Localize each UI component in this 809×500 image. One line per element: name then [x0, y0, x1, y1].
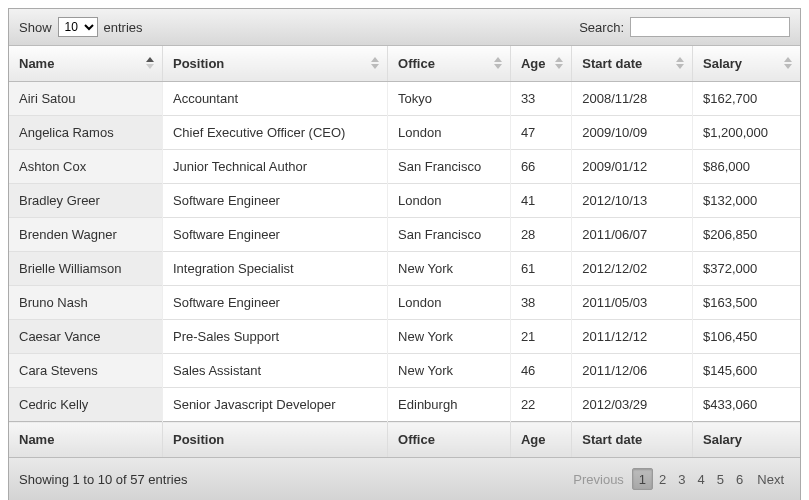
cell-age: 41 — [510, 184, 571, 218]
cell-salary: $206,850 — [693, 218, 801, 252]
cell-name: Cara Stevens — [9, 354, 162, 388]
cell-age: 33 — [510, 82, 571, 116]
cell-salary: $433,060 — [693, 388, 801, 422]
sort-icon — [494, 57, 502, 71]
cell-age: 61 — [510, 252, 571, 286]
search-input[interactable] — [630, 17, 790, 37]
cell-age: 38 — [510, 286, 571, 320]
cell-age: 47 — [510, 116, 571, 150]
cell-age: 66 — [510, 150, 571, 184]
cell-office: New York — [388, 252, 511, 286]
cell-start-date: 2011/12/12 — [572, 320, 693, 354]
cell-salary: $145,600 — [693, 354, 801, 388]
cell-name: Angelica Ramos — [9, 116, 162, 150]
table-row: Ashton CoxJunior Technical AuthorSan Fra… — [9, 150, 800, 184]
cell-name: Ashton Cox — [9, 150, 162, 184]
cell-start-date: 2011/06/07 — [572, 218, 693, 252]
column-header-office[interactable]: Office — [388, 46, 511, 82]
column-label: Start date — [582, 56, 642, 71]
sort-icon — [146, 57, 154, 71]
cell-start-date: 2009/10/09 — [572, 116, 693, 150]
table-row: Caesar VancePre-Sales SupportNew York212… — [9, 320, 800, 354]
column-header-start-date[interactable]: Start date — [572, 46, 693, 82]
cell-salary: $163,500 — [693, 286, 801, 320]
datatable-wrapper: Show 10 entries Search: Name Position — [8, 8, 801, 500]
pagination: Previous 123456 Next — [567, 468, 790, 490]
cell-position: Integration Specialist — [162, 252, 387, 286]
page-2[interactable]: 2 — [653, 468, 672, 490]
column-label: Office — [398, 56, 435, 71]
cell-position: Pre-Sales Support — [162, 320, 387, 354]
sort-icon — [371, 57, 379, 71]
length-control: Show 10 entries — [19, 17, 143, 37]
cell-start-date: 2009/01/12 — [572, 150, 693, 184]
table-info: Showing 1 to 10 of 57 entries — [19, 472, 187, 487]
column-footer-age: Age — [510, 422, 571, 458]
cell-age: 22 — [510, 388, 571, 422]
cell-office: London — [388, 286, 511, 320]
cell-position: Senior Javascript Developer — [162, 388, 387, 422]
page-5[interactable]: 5 — [711, 468, 730, 490]
page-4[interactable]: 4 — [692, 468, 711, 490]
cell-start-date: 2008/11/28 — [572, 82, 693, 116]
column-label: Name — [19, 56, 54, 71]
search-label: Search: — [579, 20, 624, 35]
page-3[interactable]: 3 — [672, 468, 691, 490]
cell-position: Junior Technical Author — [162, 150, 387, 184]
page-previous[interactable]: Previous — [567, 468, 630, 490]
table-row: Cara StevensSales AssistantNew York46201… — [9, 354, 800, 388]
cell-position: Accountant — [162, 82, 387, 116]
cell-position: Software Engineer — [162, 286, 387, 320]
table-row: Airi SatouAccountantTokyo332008/11/28$16… — [9, 82, 800, 116]
cell-name: Cedric Kelly — [9, 388, 162, 422]
cell-start-date: 2012/12/02 — [572, 252, 693, 286]
table-row: Brielle WilliamsonIntegration Specialist… — [9, 252, 800, 286]
sort-icon — [784, 57, 792, 71]
page-6[interactable]: 6 — [730, 468, 749, 490]
column-footer-salary: Salary — [693, 422, 801, 458]
cell-age: 28 — [510, 218, 571, 252]
cell-name: Bradley Greer — [9, 184, 162, 218]
cell-salary: $106,450 — [693, 320, 801, 354]
page-next[interactable]: Next — [751, 468, 790, 490]
table-row: Angelica RamosChief Executive Officer (C… — [9, 116, 800, 150]
cell-start-date: 2011/12/06 — [572, 354, 693, 388]
cell-office: Tokyo — [388, 82, 511, 116]
entries-label: entries — [104, 20, 143, 35]
cell-salary: $162,700 — [693, 82, 801, 116]
cell-position: Software Engineer — [162, 184, 387, 218]
column-header-age[interactable]: Age — [510, 46, 571, 82]
length-select[interactable]: 10 — [58, 17, 98, 37]
data-table: Name Position Office Age Start date — [9, 46, 800, 458]
cell-age: 46 — [510, 354, 571, 388]
column-label: Position — [173, 56, 224, 71]
column-header-name[interactable]: Name — [9, 46, 162, 82]
search-control: Search: — [579, 17, 790, 37]
sort-icon — [555, 57, 563, 71]
cell-salary: $132,000 — [693, 184, 801, 218]
cell-salary: $372,000 — [693, 252, 801, 286]
column-footer-start-date: Start date — [572, 422, 693, 458]
cell-position: Software Engineer — [162, 218, 387, 252]
cell-start-date: 2011/05/03 — [572, 286, 693, 320]
table-footer-bar: Showing 1 to 10 of 57 entries Previous 1… — [9, 458, 800, 500]
cell-name: Brenden Wagner — [9, 218, 162, 252]
page-1[interactable]: 1 — [632, 468, 653, 490]
toolbar: Show 10 entries Search: — [9, 9, 800, 46]
cell-office: San Francisco — [388, 218, 511, 252]
table-body: Airi SatouAccountantTokyo332008/11/28$16… — [9, 82, 800, 422]
cell-office: London — [388, 116, 511, 150]
cell-position: Sales Assistant — [162, 354, 387, 388]
column-header-position[interactable]: Position — [162, 46, 387, 82]
column-header-salary[interactable]: Salary — [693, 46, 801, 82]
column-label: Age — [521, 56, 546, 71]
column-footer-name: Name — [9, 422, 162, 458]
cell-office: New York — [388, 354, 511, 388]
table-header-row: Name Position Office Age Start date — [9, 46, 800, 82]
table-row: Brenden WagnerSoftware EngineerSan Franc… — [9, 218, 800, 252]
cell-position: Chief Executive Officer (CEO) — [162, 116, 387, 150]
column-label: Salary — [703, 56, 742, 71]
cell-office: New York — [388, 320, 511, 354]
cell-name: Bruno Nash — [9, 286, 162, 320]
cell-name: Caesar Vance — [9, 320, 162, 354]
